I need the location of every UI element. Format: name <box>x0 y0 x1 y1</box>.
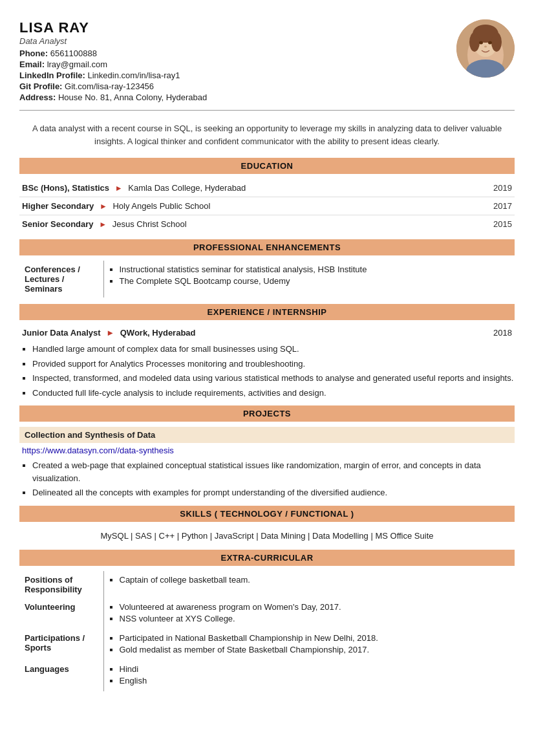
svg-point-5 <box>491 32 502 52</box>
svg-point-8 <box>484 46 487 48</box>
resume-header: LISA RAY Data Analyst Phone: 6561100888 … <box>19 19 515 103</box>
professional-header: PROFESSIONAL ENHANCEMENTS <box>19 239 515 255</box>
experience-title-row: Junior Data Analyst ► QWork, Hyderabad 2… <box>19 325 515 340</box>
project-title: Collection and Synthesis of Data <box>19 427 515 443</box>
email-label: Email: <box>19 59 45 69</box>
address-label: Address: <box>19 92 56 102</box>
list-item: Created a web-page that explained concep… <box>32 459 515 484</box>
list-item: Inspected, transformed, and modeled data… <box>32 372 515 385</box>
email-value: lray@gmail.com <box>47 59 107 69</box>
extra-category: Volunteering <box>19 598 103 629</box>
list-item: Gold medalist as member of State Basketb… <box>120 645 510 654</box>
edu-year: 2017 <box>493 201 512 211</box>
list-item: NSS volunteer at XYS College. <box>120 614 510 623</box>
header-info: LISA RAY Data Analyst Phone: 6561100888 … <box>19 19 207 103</box>
skills-list: MySQL | SAS | C++ | Python | JavaScript … <box>19 527 515 543</box>
svg-point-6 <box>479 41 483 45</box>
extracurricular-table: Positions ofResponsibility Captain of co… <box>19 571 515 691</box>
professional-table: Conferences /Lectures /Seminars Instruct… <box>19 261 515 297</box>
edu-entry: BSc (Hons), Statistics ► Kamla Das Colle… <box>22 183 246 193</box>
phone-label: Phone: <box>19 49 48 58</box>
arrow-icon: ► <box>115 184 123 193</box>
git-label: Git Profile: <box>19 81 62 91</box>
extracurricular-header: EXTRA-CURRICULAR <box>19 550 515 566</box>
extracurricular-section: EXTRA-CURRICULAR Positions ofResponsibil… <box>19 550 515 691</box>
job-role: Junior Data Analyst <box>22 328 101 338</box>
edu-degree: Higher Secondary <box>22 201 94 211</box>
arrow-icon: ► <box>106 328 114 338</box>
extra-category: Participations /Sports <box>19 629 103 660</box>
svg-point-4 <box>469 32 480 52</box>
list-item: Participated in National Basketball Cham… <box>120 633 510 643</box>
project-bullets: Created a web-page that explained concep… <box>19 459 515 499</box>
job-title: Data Analyst <box>19 36 207 46</box>
project-url[interactable]: https://www.datasyn.com//data-synthesis <box>22 446 174 455</box>
table-row: Positions ofResponsibility Captain of co… <box>19 571 515 598</box>
professional-section: PROFESSIONAL ENHANCEMENTS Conferences /L… <box>19 239 515 297</box>
project-link[interactable]: https://www.datasyn.com//data-synthesis <box>19 446 515 455</box>
extra-list: Hindi English <box>109 664 510 686</box>
git-line: Git Profile: Git.com/lisa-ray-123456 <box>19 81 207 91</box>
skills-header: SKILLS ( TECHNOLOGY / FUNCTIONAL ) <box>19 506 515 522</box>
list-item: Delineated all the concepts with example… <box>32 486 515 499</box>
experience-title: Junior Data Analyst ► QWork, Hyderabad <box>22 328 196 338</box>
pro-items: Instructional statistics seminar for sta… <box>103 261 515 297</box>
list-item: Instructional statistics seminar for sta… <box>120 265 510 274</box>
pro-list: Instructional statistics seminar for sta… <box>109 265 510 286</box>
list-item: Conducted full life-cycle analysis to in… <box>32 387 515 400</box>
education-section: EDUCATION BSc (Hons), Statistics ► Kamla… <box>19 158 515 233</box>
extra-category: Positions ofResponsibility <box>19 571 103 598</box>
extra-items: Hindi English <box>103 660 515 691</box>
email-line: Email: lray@gmail.com <box>19 59 207 69</box>
edu-year: 2015 <box>493 219 512 229</box>
linkedin-label: LinkedIn Profile: <box>19 70 85 80</box>
experience-year: 2018 <box>493 328 512 338</box>
experience-bullets: Handled large amount of complex data for… <box>19 343 515 399</box>
extra-category: Languages <box>19 660 103 691</box>
list-item: Provided support for Analytics Processes… <box>32 358 515 371</box>
list-item: English <box>120 676 510 686</box>
projects-header: PROJECTS <box>19 405 515 422</box>
list-item: The Complete SQL Bootcamp course, Udemy <box>120 276 510 286</box>
edu-institution: Jesus Christ School <box>112 219 187 229</box>
header-divider <box>19 110 515 111</box>
candidate-name: LISA RAY <box>19 19 207 36</box>
table-row: Senior Secondary ► Jesus Christ School 2… <box>19 215 515 233</box>
table-row: Conferences /Lectures /Seminars Instruct… <box>19 261 515 297</box>
git-value: Git.com/lisa-ray-123456 <box>65 81 154 91</box>
education-header: EDUCATION <box>19 158 515 174</box>
table-row: Participations /Sports Participated in N… <box>19 629 515 660</box>
skills-section: SKILLS ( TECHNOLOGY / FUNCTIONAL ) MySQL… <box>19 506 515 543</box>
svg-point-7 <box>488 41 492 45</box>
edu-degree: BSc (Hons), Statistics <box>22 183 109 193</box>
linkedin-line: LinkedIn Profile: Linkedin.com/in/lisa-r… <box>19 70 207 80</box>
extra-items: Captain of college basketball team. <box>103 571 515 598</box>
table-row: Languages Hindi English <box>19 660 515 691</box>
extra-list: Volunteered at awareness program on Wome… <box>109 602 510 623</box>
phone-value: 6561100888 <box>50 49 97 58</box>
projects-section: PROJECTS Collection and Synthesis of Dat… <box>19 405 515 499</box>
edu-institution: Kamla Das College, Hyderabad <box>128 183 246 193</box>
education-rows: BSc (Hons), Statistics ► Kamla Das Colle… <box>19 179 515 233</box>
extra-items: Participated in National Basketball Cham… <box>103 629 515 660</box>
edu-institution: Holy Angels Public School <box>112 201 210 211</box>
table-row: Higher Secondary ► Holy Angels Public Sc… <box>19 197 515 215</box>
address-value: House No. 81, Anna Colony, Hyderabad <box>58 92 207 102</box>
edu-entry: Higher Secondary ► Holy Angels Public Sc… <box>22 201 210 211</box>
linkedin-value: Linkedin.com/in/lisa-ray1 <box>87 70 180 80</box>
edu-entry: Senior Secondary ► Jesus Christ School <box>22 219 187 229</box>
list-item: Volunteered at awareness program on Wome… <box>120 602 510 612</box>
edu-year: 2019 <box>493 183 512 193</box>
list-item: Hindi <box>120 664 510 674</box>
address-line: Address: House No. 81, Anna Colony, Hyde… <box>19 92 207 102</box>
pro-category: Conferences /Lectures /Seminars <box>19 261 103 297</box>
arrow-icon: ► <box>99 220 107 229</box>
edu-degree: Senior Secondary <box>22 219 94 229</box>
company-name: QWork, Hyderabad <box>120 328 196 338</box>
list-item: Captain of college basketball team. <box>120 575 510 585</box>
table-row: Volunteering Volunteered at awareness pr… <box>19 598 515 629</box>
table-row: BSc (Hons), Statistics ► Kamla Das Colle… <box>19 179 515 197</box>
extra-items: Volunteered at awareness program on Wome… <box>103 598 515 629</box>
list-item: Handled large amount of complex data for… <box>32 343 515 356</box>
experience-section: EXPERIENCE / INTERNSHIP Junior Data Anal… <box>19 304 515 399</box>
